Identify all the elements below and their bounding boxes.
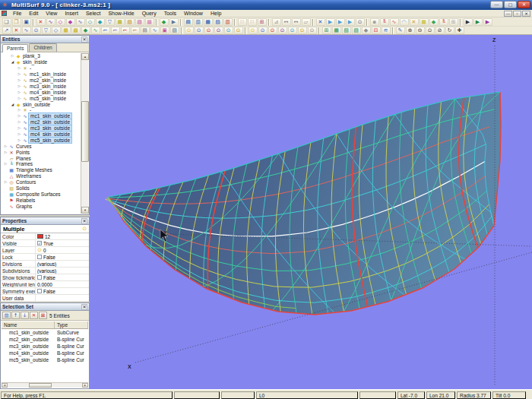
view-layout-2-button[interactable]: ▥ <box>194 18 203 26</box>
move-up-button[interactable]: ↑ <box>11 312 20 319</box>
layer-bulb-icon[interactable]: ⊙ <box>37 247 42 253</box>
hscrollbar-thumb[interactable] <box>29 383 52 388</box>
checkbox[interactable] <box>37 275 42 280</box>
expand-icon[interactable]: ▷ <box>3 144 8 148</box>
collapse-icon[interactable]: ◢ <box>10 60 15 64</box>
annotate-pen-button[interactable]: ✎ <box>396 27 405 34</box>
mesh-tool-button[interactable]: ▦ <box>420 18 429 26</box>
vis-layer-button[interactable]: ⊙ <box>298 27 307 34</box>
expand-icon[interactable]: ▷ <box>3 162 8 166</box>
expand-icon[interactable]: ▷ <box>3 150 8 154</box>
menu-insert[interactable]: Insert <box>61 10 82 17</box>
columns-button[interactable]: ▥ <box>2 312 11 319</box>
insert-print-button[interactable]: ▨ <box>170 27 179 34</box>
expand-icon[interactable]: ▷ <box>17 84 22 88</box>
tree-item-wireframes[interactable]: △Wireframes <box>2 173 81 179</box>
tree-item--[interactable]: ▷✳- <box>2 65 81 71</box>
view-layout-4-button[interactable]: ▧ <box>214 18 223 26</box>
view-layout-1-button[interactable]: ▤ <box>184 18 193 26</box>
arc-tool-button[interactable]: ◠ <box>400 18 409 26</box>
snap-grid-button[interactable]: ⊞ <box>258 18 267 26</box>
expand-icon[interactable]: ▷ <box>17 114 22 118</box>
child-restore-button[interactable]: ▫ <box>513 11 521 17</box>
selection-row[interactable]: mc2_skin_outsideB-spline Cur <box>2 336 88 343</box>
diamond-tool-button[interactable]: ◆ <box>429 18 439 26</box>
cursor-select-button[interactable]: ▶ <box>464 18 473 26</box>
show-points-button[interactable]: ⊙ <box>195 27 204 34</box>
selection-row[interactable]: mc3_skin_outsideB-spline Cur <box>2 343 88 350</box>
entities-scrollbar[interactable]: ▲ ▼ <box>81 53 88 214</box>
new-file-button[interactable]: ❏ <box>2 18 11 26</box>
tab-parents[interactable]: Parents <box>2 44 28 52</box>
expand-icon[interactable]: ▷ <box>17 120 22 124</box>
minimize-button[interactable]: — <box>490 1 503 8</box>
property-value[interactable]: 0.0000 <box>37 282 52 287</box>
scroll-left-icon[interactable]: ◄ <box>2 383 8 388</box>
insert-curve-2-button[interactable]: ∿ <box>76 18 85 26</box>
curve-tool-button[interactable]: ∿ <box>390 18 399 26</box>
select-query-button[interactable]: ⊙ <box>356 18 365 26</box>
vis-points-button[interactable]: ⊙ <box>258 27 268 34</box>
deselect-all-button[interactable]: ✕ <box>316 18 325 26</box>
insert-frame-2-button[interactable]: ⌐ <box>111 27 120 34</box>
menu-help[interactable]: Help <box>207 10 225 17</box>
scroll-right-icon[interactable]: ► <box>82 383 88 388</box>
child-close-button[interactable]: ✕ <box>522 11 530 17</box>
insert-ccurve-button[interactable]: ⊙ <box>32 27 41 34</box>
tree-item-curves[interactable]: ▷∿Curves <box>2 143 81 149</box>
selection-row[interactable]: mc1_skin_outsideSubCurve <box>2 329 88 336</box>
menu-view[interactable]: View <box>42 10 61 17</box>
tree-item-triangle-meshes[interactable]: ▦Triangle Meshes <box>2 167 81 173</box>
tree-item-planes[interactable]: ▱Planes <box>2 155 81 161</box>
stretch-x-button[interactable]: ↔ <box>282 18 291 26</box>
insert-poly-button[interactable]: ▽ <box>106 18 115 26</box>
insert-quad-button[interactable]: ◇ <box>52 27 61 34</box>
view-layout-3-button[interactable]: ▦ <box>204 18 213 26</box>
insert-mesh-button[interactable]: ▦ <box>116 18 125 26</box>
cursor-snap-button[interactable]: ▶ <box>473 18 483 26</box>
zoom-extents-button[interactable]: ⊘ <box>435 27 445 34</box>
insert-frame-1-button[interactable]: ⌐ <box>101 27 110 34</box>
insert-abs-point-button[interactable]: ✕ <box>12 27 21 34</box>
expand-icon[interactable]: ▷ <box>17 66 22 70</box>
expand-icon[interactable]: ▷ <box>17 97 22 100</box>
tree-item-mc1-skin-inside[interactable]: ▷∿mc1_skin_inside <box>2 71 81 78</box>
insert-solid-button[interactable]: ▧ <box>125 18 135 26</box>
insert-ruled-button[interactable]: ▩ <box>71 27 81 34</box>
expand-icon[interactable]: ▷ <box>17 126 22 130</box>
open-file-button[interactable]: ❐ <box>12 18 21 26</box>
property-value[interactable]: False <box>43 275 55 280</box>
hide-selected-button[interactable]: ⊙ <box>204 27 214 34</box>
move-down-button[interactable]: ↓ <box>21 312 29 319</box>
tree-item-graphs[interactable]: ∿Graphs <box>2 203 81 209</box>
cursor-context-button[interactable]: ▶ <box>483 18 492 26</box>
selection-row[interactable]: mc5_skin_outsideB-spline Cur <box>2 356 88 363</box>
tree-item-skin-outside[interactable]: ◢◆skin_outside <box>2 101 81 107</box>
expand-icon[interactable]: ▷ <box>17 132 22 136</box>
insert-frame-4-button[interactable]: ⌐ <box>131 27 140 34</box>
insert-frame-3-button[interactable]: ⌐ <box>121 27 130 34</box>
tree-item-relabels[interactable]: ⚑Relabels <box>2 197 81 203</box>
insert-point-button[interactable]: ✕ <box>36 18 46 26</box>
zoom-window-button[interactable]: ⊙ <box>426 27 435 34</box>
rotate-view-button[interactable]: ↻ <box>445 27 454 34</box>
pan-view-button[interactable]: ✚ <box>455 27 464 34</box>
expand-icon[interactable]: ▷ <box>3 180 8 184</box>
grid-tool-button[interactable]: ⊞ <box>449 18 458 26</box>
menu-select[interactable]: Select <box>82 10 104 17</box>
insert-green-surf-button[interactable]: ◆ <box>81 27 90 34</box>
tree-item-contours[interactable]: ▷◎Contours <box>2 179 81 185</box>
frame-tool-2-button[interactable]: ╚ <box>439 18 448 26</box>
tree-item-mc5-skin-inside[interactable]: ▷∿mc5_skin_inside <box>2 95 81 101</box>
menu-show-hide[interactable]: Show-Hide <box>104 10 138 17</box>
property-value[interactable]: False <box>43 289 55 294</box>
view-layout-5-button[interactable]: ▥ <box>223 18 233 26</box>
close-button[interactable]: ✕ <box>518 1 530 8</box>
tab-children[interactable]: Children <box>29 43 56 52</box>
tree-item-frames[interactable]: ▷╚Frames <box>2 161 81 167</box>
tree-item-solids[interactable]: ▧Solids <box>2 185 81 192</box>
column-header-type[interactable]: Type <box>55 321 88 328</box>
display-gray-button[interactable]: ◆ <box>362 27 371 34</box>
remove-all-button[interactable]: ⊠ <box>39 312 47 319</box>
property-value[interactable]: (various) <box>37 268 56 274</box>
